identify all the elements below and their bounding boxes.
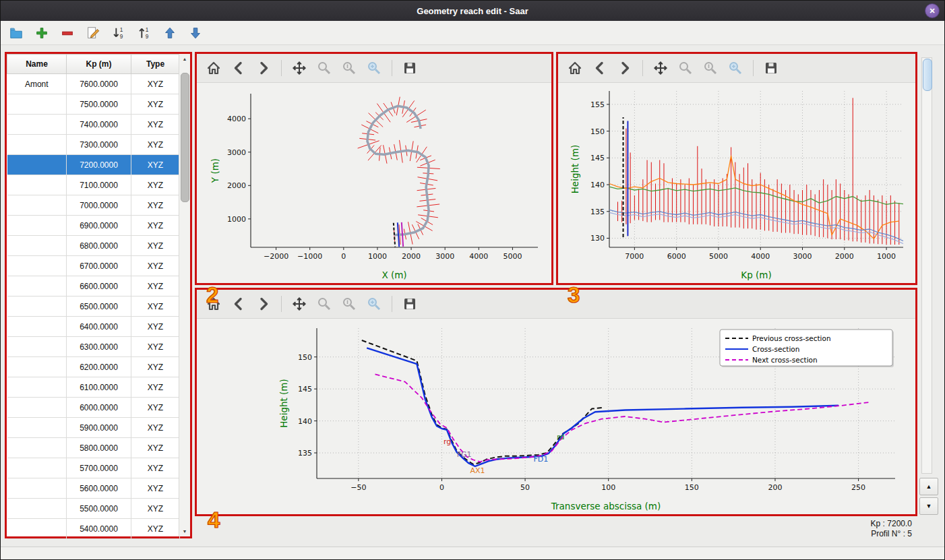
save-icon[interactable]: [761, 58, 781, 78]
arrow-up-icon: [162, 26, 177, 40]
plan-view-plot[interactable]: −2000−1000010002000300040005000100020003…: [197, 83, 551, 284]
forward-icon[interactable]: [253, 58, 274, 78]
move-down-button[interactable]: [187, 24, 204, 42]
profile-down-button[interactable]: ▼: [919, 497, 938, 515]
edit-icon: [86, 26, 100, 40]
sort-ascending-button[interactable]: 19: [110, 24, 127, 42]
svg-text:100: 100: [601, 483, 615, 492]
svg-text:155: 155: [590, 100, 605, 109]
table-row[interactable]: 5900.0000XYZ: [7, 418, 180, 438]
table-row[interactable]: 5400.0000XYZ: [7, 519, 180, 539]
table-row[interactable]: 6500.0000XYZ: [7, 297, 180, 317]
scroll-down-icon[interactable]: ▼: [179, 526, 190, 536]
svg-text:6000: 6000: [667, 252, 686, 261]
close-button[interactable]: ✕: [925, 3, 940, 18]
status-bar: [1, 547, 944, 560]
svg-text:−2000: −2000: [264, 252, 288, 261]
title-bar[interactable]: Geometry reach edit - Saar ✕: [1, 1, 944, 21]
cross-toolbar: [197, 290, 915, 319]
forward-icon[interactable]: [615, 58, 635, 78]
profile-up-button[interactable]: ▲: [919, 478, 938, 495]
pan-icon[interactable]: [650, 58, 671, 78]
cross-sections-table: Name Kp (m) Type Amont7600.0000XYZ7500.0…: [7, 54, 180, 539]
zoom-icon[interactable]: [675, 58, 696, 78]
svg-text:150: 150: [590, 127, 605, 136]
back-icon[interactable]: [228, 294, 249, 314]
column-header-name[interactable]: Name: [7, 55, 67, 74]
table-scrollbar-thumb[interactable]: [181, 73, 189, 202]
table-row[interactable]: 6300.0000XYZ: [7, 337, 180, 357]
sort-descending-button[interactable]: 19: [135, 24, 153, 42]
forward-icon[interactable]: [253, 294, 274, 314]
table-row[interactable]: 5700.0000XYZ: [7, 458, 180, 478]
back-icon[interactable]: [228, 58, 249, 78]
save-icon[interactable]: [400, 294, 420, 314]
svg-text:1000: 1000: [368, 252, 387, 261]
back-icon[interactable]: [590, 58, 610, 78]
zoom-icon[interactable]: [314, 294, 334, 314]
profile-plot[interactable]: 7000600050004000300020001000130135140145…: [558, 83, 915, 284]
window-scrollbar: [921, 57, 932, 474]
table-row[interactable]: 6600.0000XYZ: [7, 276, 180, 297]
window-scrollbar-thumb[interactable]: [923, 59, 932, 91]
table-row[interactable]: 6000.0000XYZ: [7, 398, 180, 418]
svg-text:9: 9: [120, 34, 123, 40]
customize-icon[interactable]: [364, 294, 384, 314]
add-row-button[interactable]: [33, 24, 51, 42]
svg-text:Height (m): Height (m): [570, 145, 580, 194]
table-row[interactable]: 5500.0000XYZ: [7, 499, 180, 519]
legend-label: Next cross-section: [752, 356, 818, 364]
window-title: Geometry reach edit - Saar: [417, 6, 528, 16]
save-icon[interactable]: [400, 58, 420, 78]
subplots-icon[interactable]: [700, 58, 721, 78]
triangle-down-icon: ▼: [926, 503, 932, 509]
table-row[interactable]: 6400.0000XYZ: [7, 317, 180, 337]
table-row[interactable]: 5600.0000XYZ: [7, 478, 180, 499]
svg-text:4000: 4000: [751, 252, 770, 261]
column-header-kp[interactable]: Kp (m): [67, 55, 131, 74]
zoom-icon[interactable]: [314, 58, 334, 78]
customize-icon[interactable]: [364, 58, 384, 78]
table-row[interactable]: 6200.0000XYZ: [7, 357, 180, 377]
table-row[interactable]: 7300.0000XYZ: [7, 135, 180, 155]
sort-ascending-icon: 19: [111, 26, 126, 40]
scroll-up-icon[interactable]: ▲: [179, 54, 190, 64]
toolbar-separator: [281, 296, 282, 312]
legend-label: Cross-section: [752, 345, 799, 353]
pan-icon[interactable]: [289, 294, 309, 314]
remove-row-button[interactable]: [59, 24, 76, 42]
open-file-button[interactable]: [7, 24, 25, 42]
column-header-type[interactable]: Type: [131, 55, 180, 74]
pan-icon[interactable]: [289, 58, 309, 78]
table-row[interactable]: Amont7600.0000XYZ: [7, 74, 180, 94]
subplots-icon[interactable]: [339, 58, 359, 78]
svg-text:135: 135: [298, 449, 312, 458]
table-row[interactable]: 6100.0000XYZ: [7, 377, 180, 398]
subplots-icon[interactable]: [339, 294, 359, 314]
move-up-button[interactable]: [161, 24, 179, 42]
panel-4-label: 4: [208, 507, 220, 533]
table-row[interactable]: 6900.0000XYZ: [7, 216, 180, 236]
edit-button[interactable]: [84, 24, 102, 42]
close-icon: ✕: [929, 7, 935, 15]
table-row[interactable]: 7000.0000XYZ: [7, 195, 180, 216]
table-row[interactable]: 5800.0000XYZ: [7, 438, 180, 458]
table-row[interactable]: 7100.0000XYZ: [7, 175, 180, 195]
table-row[interactable]: 7200.0000XYZ: [7, 155, 180, 175]
cross-section-plot[interactable]: −50050100150200250135140145150Transverse…: [197, 319, 915, 515]
svg-text:3000: 3000: [227, 148, 246, 157]
svg-text:150: 150: [298, 353, 312, 362]
svg-text:5000: 5000: [709, 252, 728, 261]
svg-text:4000: 4000: [227, 115, 246, 123]
svg-text:2000: 2000: [835, 252, 854, 261]
svg-text:3000: 3000: [435, 252, 454, 261]
table-row[interactable]: 6700.0000XYZ: [7, 256, 180, 276]
table-row[interactable]: 7500.0000XYZ: [7, 94, 180, 115]
table-scrollbar: ▲ ▼: [179, 54, 190, 536]
home-icon[interactable]: [204, 58, 224, 78]
home-icon[interactable]: [565, 58, 585, 78]
table-row[interactable]: 6800.0000XYZ: [7, 236, 180, 256]
table-row[interactable]: 7400.0000XYZ: [7, 115, 180, 135]
customize-icon[interactable]: [725, 58, 745, 78]
svg-text:50: 50: [520, 483, 530, 492]
